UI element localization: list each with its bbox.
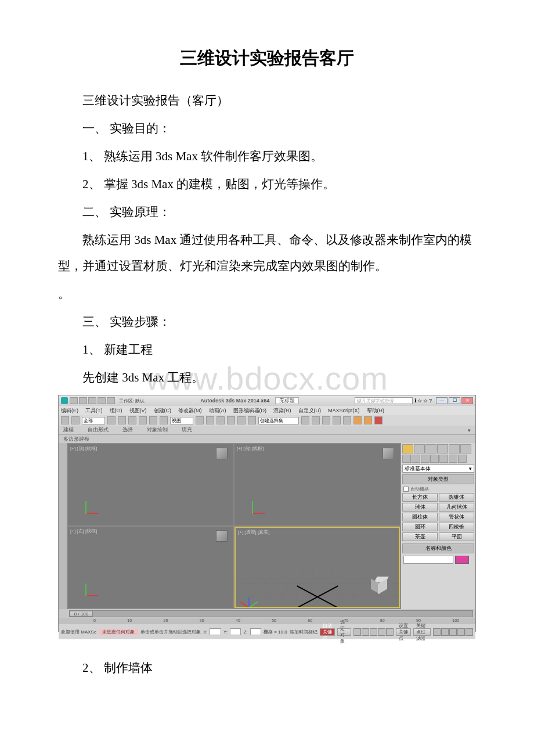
- star-icon[interactable]: ☆: [417, 398, 422, 404]
- zoom-extents-icon[interactable]: [449, 628, 457, 636]
- y-spinner[interactable]: [230, 628, 241, 635]
- menu-item[interactable]: 工具(T): [85, 407, 103, 415]
- menu-item[interactable]: 图形编辑器(D): [233, 407, 267, 415]
- select-icon[interactable]: [107, 416, 116, 424]
- curve-editor-icon[interactable]: [322, 416, 330, 424]
- viewcube-icon[interactable]: [216, 448, 228, 459]
- create-tab-icon[interactable]: [402, 444, 413, 453]
- ribbon-tab[interactable]: 建模: [63, 426, 74, 434]
- utilities-tab-icon[interactable]: [460, 444, 471, 453]
- material-icon[interactable]: [343, 416, 351, 424]
- select-name-icon[interactable]: [118, 416, 126, 424]
- spacewarps-icon[interactable]: [449, 455, 457, 463]
- modify-tab-icon[interactable]: [414, 444, 425, 453]
- menu-item[interactable]: 组(G): [110, 407, 122, 415]
- undo-icon[interactable]: [98, 397, 106, 404]
- pivot-icon[interactable]: [196, 416, 204, 424]
- systems-icon[interactable]: [458, 455, 467, 463]
- time-tag[interactable]: 添加时间标记: [290, 629, 317, 635]
- menu-item[interactable]: 创建(C): [154, 407, 172, 415]
- percent-snap-icon[interactable]: [227, 416, 235, 424]
- help-icon[interactable]: ?: [429, 398, 432, 404]
- helpers-icon[interactable]: [439, 455, 448, 463]
- unlink-icon[interactable]: [71, 416, 80, 424]
- scene-explorer-bar[interactable]: [59, 443, 67, 609]
- menu-item[interactable]: 动画(A): [209, 407, 226, 415]
- display-tab-icon[interactable]: [449, 444, 460, 453]
- snap-icon[interactable]: [206, 416, 214, 424]
- shapes-icon[interactable]: [412, 455, 420, 463]
- rollout-header[interactable]: 对象类型: [402, 474, 474, 484]
- mirror-icon[interactable]: [248, 416, 256, 424]
- link-icon[interactable]: [61, 416, 69, 424]
- rollout-header[interactable]: 名称和颜色: [402, 543, 474, 553]
- save-icon[interactable]: [88, 397, 96, 404]
- pyramid-button[interactable]: 四棱锥: [439, 523, 474, 531]
- ribbon-tab[interactable]: 选择: [122, 426, 133, 434]
- cylinder-button[interactable]: 圆柱体: [402, 513, 438, 521]
- viewcube-icon[interactable]: [216, 530, 228, 542]
- select-region-icon[interactable]: [128, 416, 136, 424]
- spinner-snap-icon[interactable]: [237, 416, 246, 424]
- viewcube-icon[interactable]: [371, 577, 391, 596]
- pan-icon[interactable]: [433, 628, 441, 636]
- prev-frame-icon[interactable]: [362, 628, 369, 636]
- ribbon-tab[interactable]: 填充: [182, 426, 192, 434]
- create-selection-set[interactable]: 创建选择集: [258, 417, 299, 424]
- box-button[interactable]: 长方体: [402, 493, 438, 502]
- menu-item[interactable]: 渲染(R): [273, 407, 291, 415]
- star-icon[interactable]: ☆: [423, 398, 428, 404]
- maximize-vp-icon[interactable]: [466, 628, 473, 636]
- viewport-front[interactable]: [+] [前] [线框]: [234, 444, 400, 525]
- close-button[interactable]: ✕: [461, 397, 473, 404]
- next-frame-icon[interactable]: [378, 628, 385, 636]
- menu-item[interactable]: 修改器(M): [178, 407, 202, 415]
- render-frame-icon[interactable]: [364, 416, 372, 424]
- x-spinner[interactable]: [210, 628, 221, 635]
- tube-button[interactable]: 管状体: [439, 513, 474, 521]
- selection-filter[interactable]: 全部: [82, 417, 105, 424]
- menu-item[interactable]: MAXScript(X): [328, 408, 360, 413]
- menu-item[interactable]: 帮助(H): [367, 407, 385, 415]
- geometry-dropdown[interactable]: 标准基本体▾: [402, 465, 474, 473]
- geosphere-button[interactable]: 几何球体: [439, 503, 474, 512]
- info-icon[interactable]: ℹ: [414, 398, 416, 404]
- redo-icon[interactable]: [107, 397, 115, 404]
- autogrid-checkbox[interactable]: 自动栅格: [402, 485, 474, 493]
- sel-lock-button[interactable]: 选定对象: [337, 628, 351, 636]
- search-input[interactable]: 键入关键字或短语: [355, 397, 413, 404]
- menu-item[interactable]: 视图(V): [129, 407, 147, 415]
- sphere-button[interactable]: 球体: [402, 503, 438, 512]
- timeline[interactable]: 0 / 100: [59, 609, 475, 618]
- viewport-left[interactable]: [+] [左] [线框]: [68, 527, 233, 608]
- new-icon[interactable]: [70, 397, 78, 404]
- set-key-button[interactable]: 设置关键点: [396, 628, 412, 636]
- torus-button[interactable]: 圆环: [402, 523, 438, 531]
- schematic-icon[interactable]: [333, 416, 341, 424]
- plane-button[interactable]: 平面: [439, 532, 474, 541]
- minimize-button[interactable]: —: [436, 397, 448, 404]
- lights-icon[interactable]: [421, 455, 430, 463]
- object-name-input[interactable]: [403, 556, 453, 564]
- motion-tab-icon[interactable]: [437, 444, 448, 453]
- z-spinner[interactable]: [250, 628, 261, 635]
- align-icon[interactable]: [301, 416, 309, 424]
- zoom-icon[interactable]: [441, 628, 449, 636]
- goto-start-icon[interactable]: [353, 628, 361, 636]
- ref-coord-dropdown[interactable]: 视图: [170, 417, 193, 424]
- rotate-icon[interactable]: [149, 416, 157, 424]
- menu-item[interactable]: 编辑(E): [61, 407, 78, 415]
- hierarchy-tab-icon[interactable]: [425, 444, 436, 453]
- auto-key-button[interactable]: 自动关键点: [320, 628, 335, 636]
- move-icon[interactable]: [139, 416, 147, 424]
- scale-icon[interactable]: [160, 416, 168, 424]
- menu-item[interactable]: 自定义(U): [298, 407, 322, 415]
- render-icon[interactable]: [374, 416, 383, 424]
- cone-button[interactable]: 圆锥体: [439, 493, 474, 502]
- teapot-button[interactable]: 茶壶: [402, 532, 438, 541]
- angle-snap-icon[interactable]: [217, 416, 225, 424]
- ribbon-tab[interactable]: 自由形式: [88, 426, 109, 434]
- cameras-icon[interactable]: [430, 455, 439, 463]
- maximize-button[interactable]: ☐: [449, 397, 460, 404]
- ribbon-tab[interactable]: 对象绘制: [147, 426, 168, 434]
